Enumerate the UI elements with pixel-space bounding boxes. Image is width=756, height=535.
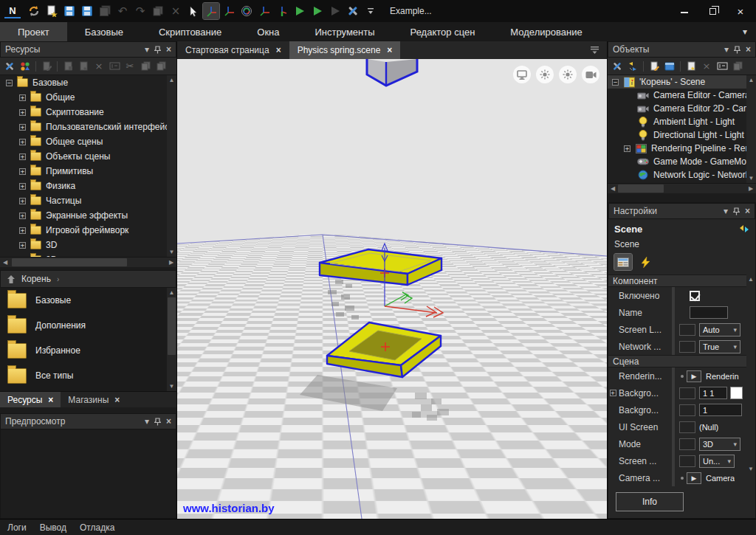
tree-item-igrovoj-frejmvork[interactable]: +Игровой фреймворк: [0, 223, 176, 238]
objects-tools-icon[interactable]: [611, 60, 624, 73]
splitter[interactable]: [0, 407, 176, 413]
default-box[interactable]: [679, 421, 695, 433]
delete-button[interactable]: ×: [168, 3, 184, 19]
scroll-up-icon[interactable]: ▲: [746, 75, 756, 85]
display-mode-button[interactable]: [513, 66, 531, 83]
default-box[interactable]: [679, 438, 695, 450]
object-game-mode[interactable]: Game Mode - GameMode: [608, 155, 756, 168]
hscroll-thumb[interactable]: [618, 184, 664, 193]
enabled-checkbox[interactable]: [690, 291, 700, 301]
camera-view-button[interactable]: [582, 66, 599, 83]
app-logo-icon[interactable]: N: [4, 4, 21, 18]
scroll-down-icon[interactable]: ▼: [167, 382, 176, 391]
undo-button[interactable]: ↶: [114, 3, 131, 19]
minimize-button[interactable]: [672, 2, 697, 20]
close-panel-icon[interactable]: ×: [166, 416, 171, 427]
save-all-button[interactable]: [97, 3, 113, 19]
scroll-right-icon[interactable]: ▶: [746, 184, 756, 194]
rotate-tool-button[interactable]: [238, 3, 255, 19]
category-vse-tipy[interactable]: Все типы: [0, 363, 176, 388]
object-camera-editor-2d[interactable]: Camera Editor 2D - Cam: [608, 102, 756, 115]
resources-hscrollbar[interactable]: ◀ ▶: [0, 257, 176, 267]
menu-chevron-button[interactable]: ▾: [734, 22, 756, 41]
scroll-right-icon[interactable]: ▶: [166, 258, 176, 268]
new-resource-button[interactable]: [44, 3, 60, 19]
delete-object-icon[interactable]: ×: [700, 60, 713, 73]
scroll-left-icon[interactable]: ◀: [0, 258, 10, 268]
close-tab-icon[interactable]: ×: [114, 395, 120, 405]
transform-tool-a-button[interactable]: [256, 3, 272, 19]
close-panel-icon[interactable]: ×: [166, 44, 171, 55]
category-bazovye[interactable]: Базовые: [0, 288, 176, 313]
scroll-up-icon[interactable]: ▲: [167, 75, 176, 85]
breadcrumb-chevron-icon[interactable]: ›: [57, 275, 59, 283]
pin-icon[interactable]: [154, 418, 161, 426]
play-alt-button[interactable]: [309, 3, 326, 19]
cut-icon[interactable]: ✂: [123, 60, 137, 73]
menu-windows[interactable]: Окна: [239, 22, 297, 41]
name-input[interactable]: [690, 306, 728, 319]
panel-dropdown-icon[interactable]: ▾: [145, 44, 149, 55]
scroll-up-icon[interactable]: ▲: [167, 288, 176, 297]
default-box[interactable]: [679, 455, 695, 467]
splitter[interactable]: [608, 193, 756, 202]
transform-tool-b-button[interactable]: [274, 3, 290, 19]
paste-icon[interactable]: [154, 60, 168, 73]
scroll-left-icon[interactable]: ◀: [608, 184, 618, 194]
default-box[interactable]: [679, 341, 695, 353]
close-panel-icon[interactable]: ×: [746, 44, 751, 55]
tree-item-primitivy[interactable]: +Примитивы: [0, 164, 176, 179]
close-panel-icon[interactable]: ×: [745, 206, 750, 216]
new-object-icon[interactable]: [684, 60, 698, 73]
save-as-button[interactable]: [79, 3, 95, 19]
settings-actions-icon[interactable]: [739, 224, 749, 236]
brightness-a-button[interactable]: [536, 66, 554, 83]
panel-dropdown-icon[interactable]: ▾: [145, 416, 149, 427]
close-window-button[interactable]: ×: [728, 2, 753, 20]
section-component[interactable]: Компонент: [608, 275, 755, 287]
hierarchy-icon[interactable]: [626, 60, 639, 73]
mode-dropdown[interactable]: 3D▾: [699, 438, 740, 451]
default-box[interactable]: [679, 324, 695, 336]
color-swatch[interactable]: [730, 387, 743, 399]
up-arrow-icon[interactable]: [7, 275, 16, 284]
restore-button[interactable]: [700, 2, 725, 20]
object-network-logic[interactable]: Network Logic - Network: [608, 168, 756, 182]
menu-modeling[interactable]: Моделирование: [492, 22, 599, 41]
network-mode-dropdown[interactable]: True▾: [699, 340, 740, 353]
reference-button[interactable]: ▶: [687, 472, 701, 484]
statusbar-debug[interactable]: Отладка: [80, 522, 114, 533]
import-doc-icon[interactable]: [61, 60, 75, 73]
move-alt-tool-button[interactable]: [221, 3, 237, 19]
menu-project[interactable]: Проект: [0, 22, 67, 41]
resources-palette-icon[interactable]: [18, 60, 32, 73]
tree-item-chasticy[interactable]: +Частицы: [0, 193, 176, 208]
tree-item-bazovye[interactable]: −Базовые: [0, 75, 176, 90]
object-root-scene[interactable]: − 'Корень' - Scene: [608, 75, 756, 89]
menu-basic[interactable]: Базовые: [67, 22, 141, 41]
new-doc-icon[interactable]: [77, 60, 90, 73]
brightness-b-button[interactable]: [559, 66, 577, 83]
close-tab-icon[interactable]: ×: [387, 45, 392, 55]
move-tool-button[interactable]: [203, 3, 219, 19]
menu-scene-editor[interactable]: Редактор сцен: [393, 22, 493, 41]
tree-item-obekty-sceny[interactable]: +Объекты сцены: [0, 149, 176, 164]
tree-item-fizika[interactable]: +Физика: [0, 179, 176, 193]
copy-resource-icon[interactable]: [139, 60, 152, 73]
save-button[interactable]: [61, 3, 78, 19]
default-box[interactable]: [679, 404, 695, 416]
scroll-down-icon[interactable]: ▼: [746, 173, 756, 183]
scene-viewport[interactable]: www.historian.by: [177, 59, 607, 519]
delete-resource-icon[interactable]: ×: [92, 60, 106, 73]
breadcrumb-root[interactable]: Корень: [21, 274, 51, 284]
reference-button[interactable]: ▶: [687, 370, 701, 382]
refresh-button[interactable]: [26, 3, 42, 19]
tree-item-obshchee-sceny[interactable]: +Общее сцены: [0, 134, 176, 149]
tab-resources[interactable]: Ресурсы×: [0, 392, 61, 407]
tab-stores[interactable]: Магазины×: [61, 392, 127, 407]
scroll-up-icon[interactable]: ▲: [746, 275, 755, 284]
section-scene[interactable]: Сцена: [608, 355, 755, 367]
select-tool-button[interactable]: [185, 3, 202, 19]
hscroll-thumb[interactable]: [12, 258, 127, 266]
window-icon[interactable]: [663, 60, 676, 73]
